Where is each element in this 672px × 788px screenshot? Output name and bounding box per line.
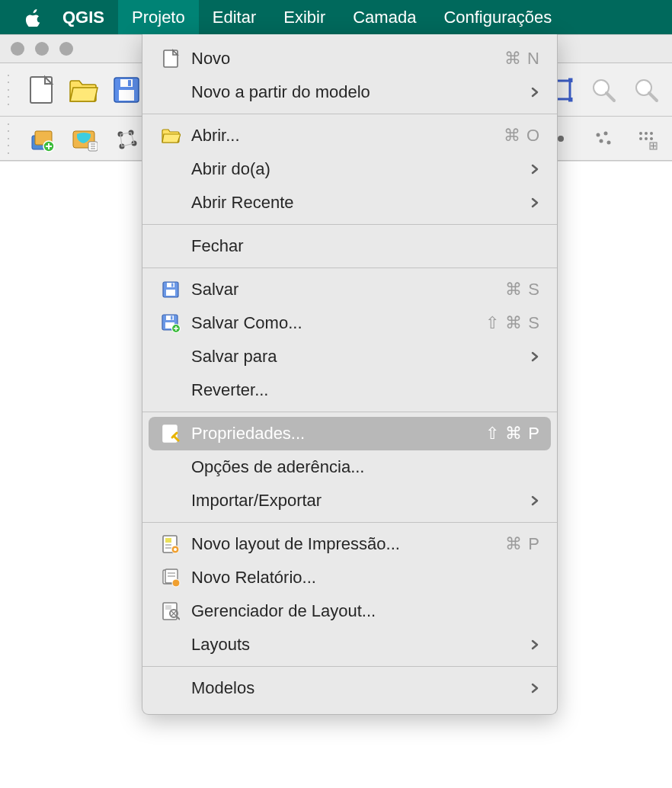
menu-row-novo-layout-de-impress-o[interactable]: Novo layout de Impressão...⌘ P xyxy=(142,527,557,561)
menu-row-abrir-recente[interactable]: Abrir Recente xyxy=(142,186,557,219)
menu-item-camada[interactable]: Camada xyxy=(339,0,430,34)
menu-item-projeto[interactable]: Projeto xyxy=(118,0,199,34)
menu-row-gerenciador-de-layout[interactable]: Gerenciador de Layout... xyxy=(142,594,557,628)
svg-rect-54 xyxy=(165,605,171,610)
menu-separator xyxy=(142,267,557,268)
blank-icon xyxy=(159,191,182,214)
menu-row-reverter[interactable]: Reverter... xyxy=(142,373,557,407)
add-point-layer-button[interactable] xyxy=(108,120,145,157)
menu-row-label: Reverter... xyxy=(191,380,540,400)
zoom-window-button[interactable] xyxy=(59,42,73,56)
svg-rect-44 xyxy=(165,544,171,546)
svg-rect-35 xyxy=(171,283,174,287)
chevron-right-icon xyxy=(517,164,540,175)
chevron-right-icon xyxy=(517,639,540,650)
menu-row-shortcut: ⌘ O xyxy=(504,126,540,146)
menu-row-label: Salvar xyxy=(191,280,505,300)
menu-row-label: Novo a partir do modelo xyxy=(191,82,517,102)
close-window-button[interactable] xyxy=(11,42,24,56)
menu-row-label: Novo layout de Impressão... xyxy=(191,534,505,554)
svg-point-52 xyxy=(172,579,180,587)
folder-open-icon xyxy=(159,124,182,147)
svg-rect-4 xyxy=(128,80,131,86)
add-raster-layer-button[interactable] xyxy=(66,120,102,157)
menu-item-editar[interactable]: Editar xyxy=(199,0,270,34)
menu-separator xyxy=(142,114,557,114)
menubar: QGIS Projeto Editar Exibir Camada Config… xyxy=(0,0,672,34)
svg-point-29 xyxy=(650,137,653,140)
svg-point-20 xyxy=(597,133,600,136)
menu-separator xyxy=(142,666,557,667)
menu-row-shortcut: ⌘ P xyxy=(505,534,540,554)
svg-point-21 xyxy=(604,131,608,135)
svg-rect-43 xyxy=(165,538,171,543)
menu-row-shortcut: ⇧ ⌘ P xyxy=(485,424,540,444)
menu-row-shortcut: ⇧ ⌘ S xyxy=(485,313,540,333)
add-vector-layer-button[interactable] xyxy=(23,120,59,157)
svg-point-23 xyxy=(607,140,611,144)
menu-row-op-es-de-ader-ncia[interactable]: Opções de aderência... xyxy=(142,450,557,484)
save-icon xyxy=(159,278,182,301)
minimize-window-button[interactable] xyxy=(35,42,49,56)
chevron-right-icon xyxy=(517,87,540,98)
svg-rect-2 xyxy=(119,90,134,101)
pattern-tool-button[interactable] xyxy=(628,120,664,157)
properties-icon xyxy=(159,422,182,445)
blank-icon xyxy=(159,345,182,368)
menu-separator xyxy=(142,412,557,412)
save-as-icon xyxy=(159,312,182,335)
menu-row-salvar-como[interactable]: Salvar Como...⇧ ⌘ S xyxy=(142,306,557,340)
menu-row-label: Salvar para xyxy=(191,347,517,367)
menu-row-abrir-do-a[interactable]: Abrir do(a) xyxy=(142,152,557,186)
menu-row-propriedades[interactable]: Propriedades...⇧ ⌘ P xyxy=(149,417,551,450)
report-icon xyxy=(159,566,182,589)
apple-logo-icon[interactable] xyxy=(18,8,49,27)
zoom-out-button[interactable] xyxy=(628,72,664,108)
new-project-button[interactable] xyxy=(23,72,59,108)
zoom-in-button[interactable] xyxy=(585,72,622,108)
projeto-dropdown: Novo⌘ NNovo a partir do modeloAbrir...⌘ … xyxy=(142,34,558,715)
svg-rect-51 xyxy=(168,575,175,577)
menu-row-modelos[interactable]: Modelos xyxy=(142,671,557,705)
menu-row-novo-relat-rio[interactable]: Novo Relatório... xyxy=(142,561,557,594)
menu-row-label: Novo xyxy=(191,49,504,69)
menu-row-label: Gerenciador de Layout... xyxy=(191,601,540,621)
toolbar-handle[interactable] xyxy=(8,75,12,105)
open-project-button[interactable] xyxy=(66,72,102,108)
menu-row-salvar[interactable]: Salvar⌘ S xyxy=(142,273,557,306)
chevron-right-icon xyxy=(517,351,540,362)
svg-line-7 xyxy=(606,93,614,101)
print-layout-icon xyxy=(159,533,182,556)
svg-point-19 xyxy=(558,136,564,142)
menu-row-layouts[interactable]: Layouts xyxy=(142,628,557,661)
menu-row-label: Opções de aderência... xyxy=(191,457,540,477)
menu-item-exibir[interactable]: Exibir xyxy=(270,0,339,34)
menu-row-label: Modelos xyxy=(191,678,517,698)
menu-row-label: Abrir... xyxy=(191,126,504,146)
cluster-tool-button[interactable] xyxy=(585,120,622,157)
blank-icon xyxy=(159,81,182,104)
layout-manager-icon xyxy=(159,600,182,623)
menu-row-label: Importar/Exportar xyxy=(191,491,517,511)
menu-row-fechar[interactable]: Fechar xyxy=(142,229,557,263)
menu-row-salvar-para[interactable]: Salvar para xyxy=(142,340,557,373)
svg-point-47 xyxy=(174,548,177,551)
toolbar-handle[interactable] xyxy=(8,123,12,154)
app-name: QGIS xyxy=(49,8,118,27)
menu-item-configuracoes[interactable]: Configurações xyxy=(430,0,565,34)
menu-row-label: Salvar Como... xyxy=(191,313,485,333)
menu-row-novo[interactable]: Novo⌘ N xyxy=(142,42,557,75)
menu-row-importar-exportar[interactable]: Importar/Exportar xyxy=(142,484,557,517)
blank-icon xyxy=(159,677,182,700)
save-project-button[interactable] xyxy=(108,72,145,108)
svg-rect-45 xyxy=(165,547,171,549)
menu-row-label: Abrir Recente xyxy=(191,193,517,213)
svg-rect-33 xyxy=(166,290,175,296)
menu-row-abrir[interactable]: Abrir...⌘ O xyxy=(142,119,557,152)
menu-row-label: Novo Relatório... xyxy=(191,568,540,588)
svg-point-26 xyxy=(650,132,653,135)
blank-icon xyxy=(159,456,182,479)
menu-row-novo-a-partir-do-modelo[interactable]: Novo a partir do modelo xyxy=(142,75,557,109)
svg-rect-50 xyxy=(168,572,175,574)
chevron-right-icon xyxy=(517,683,540,694)
